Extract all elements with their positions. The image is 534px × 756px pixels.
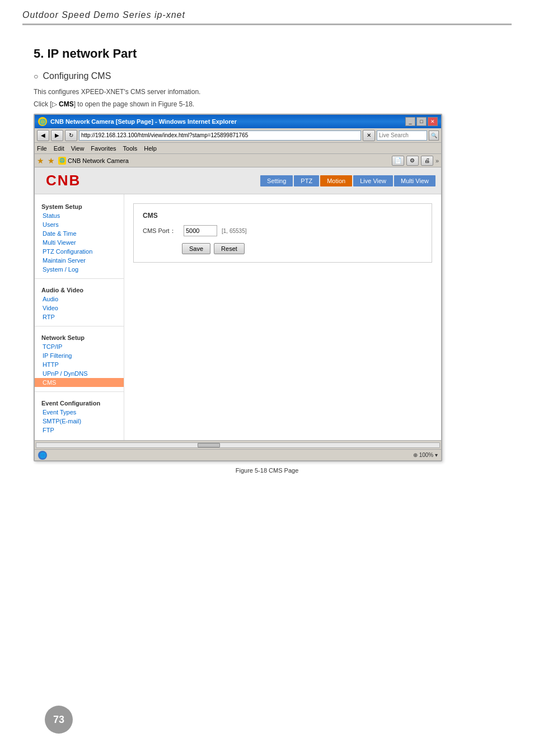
cms-label: CMS	[143, 212, 423, 220]
sidebar-section-audio-video: Audio & Video	[35, 283, 124, 295]
title-bar: 🌐 CNB Network Camera [Setup Page] - Wind…	[35, 115, 441, 128]
more-tools-chevron[interactable]: »	[435, 157, 439, 164]
minimize-button[interactable]: _	[405, 117, 415, 126]
print-btn[interactable]: 🖨	[421, 156, 433, 166]
cms-save-button[interactable]: Save	[182, 243, 210, 254]
back-button[interactable]: ◀	[37, 130, 49, 141]
sidebar-link-upnp-dyndns[interactable]: UPnP / DynDNS	[35, 369, 124, 378]
main-content: 5. IP network Part Configuring CMS This …	[0, 30, 534, 496]
camera-main-panel: CMS CMS Port： [1, 65535] Save Reset	[124, 194, 441, 440]
sidebar-link-cms[interactable]: CMS	[35, 378, 124, 387]
browser-status-bar: 🌐 ⊕ 100% ▾	[35, 449, 441, 460]
sidebar-link-multi-viewer[interactable]: Multi Viewer	[35, 238, 124, 247]
cms-reset-button[interactable]: Reset	[214, 243, 245, 254]
tab-live-view[interactable]: Live View	[353, 175, 393, 186]
cms-port-label: CMS Port：	[143, 227, 179, 235]
scrollbar-thumb[interactable]	[198, 443, 220, 447]
browser-favicon: 🌐	[38, 117, 47, 126]
header-divider	[22, 24, 512, 25]
logo-text: Outdoor Speed Demo Series ip-xnet	[22, 10, 512, 20]
page-header: Outdoor Speed Demo Series ip-xnet	[0, 0, 534, 30]
subsection-title: Configuring CMS	[34, 71, 500, 81]
cms-link-text: CMS	[59, 100, 74, 108]
add-favorites-star[interactable]: ★	[48, 156, 55, 165]
toolbar-right: 📄 ⚙ 🖨 »	[392, 156, 439, 166]
sidebar-section-event-config: Event Configuration	[35, 396, 124, 408]
close-button[interactable]: ✕	[428, 117, 438, 126]
zoom-level: ⊕ 100% ▾	[413, 452, 438, 458]
address-bar: ◀ ▶ ↻ ✕ 🔍	[35, 128, 441, 143]
sidebar-link-event-types[interactable]: Event Types	[35, 408, 124, 417]
sidebar-link-http[interactable]: HTTP	[35, 360, 124, 369]
sidebar-divider-1	[35, 278, 124, 279]
cnb-favicon: 🌐	[58, 157, 66, 165]
sidebar-link-audio[interactable]: Audio	[35, 295, 124, 304]
favorites-bar: ★ ★ 🌐 CNB Network Camera 📄 ⚙ 🖨 »	[35, 154, 441, 167]
browser-window: 🌐 CNB Network Camera [Setup Page] - Wind…	[34, 114, 442, 461]
menu-view[interactable]: View	[71, 145, 85, 152]
sidebar-link-users[interactable]: Users	[35, 220, 124, 229]
figure-caption: Figure 5-18 CMS Page	[34, 467, 500, 474]
stop-button[interactable]: ✕	[363, 130, 375, 141]
cnb-logo: CNB	[40, 172, 81, 189]
cms-port-row: CMS Port： [1, 65535]	[143, 225, 423, 236]
forward-button[interactable]: ▶	[51, 130, 63, 141]
search-button[interactable]: 🔍	[429, 130, 439, 141]
sidebar-section-system-setup: System Setup	[35, 200, 124, 211]
browser-title: CNB Network Camera [Setup Page] - Window…	[50, 118, 405, 125]
maximize-button[interactable]: □	[416, 117, 427, 126]
cms-settings-box: CMS CMS Port： [1, 65535] Save Reset	[133, 203, 432, 263]
sidebar-link-rtp[interactable]: RTP	[35, 312, 124, 321]
sidebar-link-ftp[interactable]: FTP	[35, 426, 124, 435]
cnb-favorite-link[interactable]: 🌐 CNB Network Camera	[58, 157, 129, 165]
cnb-favorite-label: CNB Network Camera	[68, 157, 129, 164]
sidebar-divider-2	[35, 326, 124, 326]
search-input[interactable]	[377, 130, 427, 141]
camera-sidebar: System Setup Status Users Date & Time Mu…	[35, 194, 124, 440]
address-input[interactable]	[79, 130, 361, 141]
page-number-area: 73	[45, 706, 73, 734]
tab-multi-view[interactable]: Multi View	[394, 175, 435, 186]
description-text: This configures XPEED-XNET's CMS server …	[34, 88, 500, 96]
tools-btn[interactable]: ⚙	[406, 156, 419, 166]
tab-motion[interactable]: Motion	[320, 175, 352, 186]
menu-edit[interactable]: Edit	[54, 145, 64, 152]
sidebar-link-date-time[interactable]: Date & Time	[35, 229, 124, 238]
tab-setting[interactable]: Setting	[260, 175, 293, 186]
internet-zone-icon: 🌐	[38, 451, 47, 460]
cms-port-hint: [1, 65535]	[222, 228, 246, 234]
tab-ptz[interactable]: PTZ	[294, 175, 319, 186]
sidebar-link-tcp-ip[interactable]: TCP/IP	[35, 342, 124, 351]
camera-body: System Setup Status Users Date & Time Mu…	[35, 194, 441, 440]
menu-file[interactable]: File	[37, 145, 47, 152]
sidebar-link-video[interactable]: Video	[35, 304, 124, 312]
menu-tools[interactable]: Tools	[123, 145, 138, 152]
cms-port-input[interactable]	[184, 225, 217, 236]
page-number: 73	[45, 706, 73, 734]
camera-header-row: CNB Setting PTZ Motion Live View Multi V…	[35, 167, 441, 194]
cms-buttons-row: Save Reset	[182, 243, 423, 254]
sidebar-link-status[interactable]: Status	[35, 211, 124, 220]
section-title: 5. IP network Part	[34, 46, 500, 61]
camera-tabs: Setting PTZ Motion Live View Multi View	[260, 175, 435, 186]
window-controls: _ □ ✕	[405, 117, 438, 126]
favorites-star[interactable]: ★	[37, 156, 44, 165]
sidebar-link-ip-filtering[interactable]: IP Filtering	[35, 351, 124, 360]
camera-ui: CNB Setting PTZ Motion Live View Multi V…	[35, 167, 441, 440]
horizontal-scrollbar[interactable]	[35, 440, 441, 449]
sidebar-link-maintain-server[interactable]: Maintain Server	[35, 256, 124, 265]
page-btn[interactable]: 📄	[392, 156, 404, 166]
sidebar-link-ptz-config[interactable]: PTZ Configuration	[35, 247, 124, 256]
menu-bar: File Edit View Favorites Tools Help	[35, 143, 441, 154]
scrollbar-track	[36, 442, 440, 448]
sidebar-divider-3	[35, 391, 124, 392]
click-instruction: Click [▷ CMS] to open the page shown in …	[34, 100, 500, 108]
sidebar-section-network-setup: Network Setup	[35, 331, 124, 342]
menu-help[interactable]: Help	[144, 145, 157, 152]
menu-favorites[interactable]: Favorites	[91, 145, 116, 152]
refresh-button[interactable]: ↻	[65, 130, 77, 141]
sidebar-link-system-log[interactable]: System / Log	[35, 265, 124, 274]
sidebar-link-smtp[interactable]: SMTP(E-mail)	[35, 417, 124, 426]
